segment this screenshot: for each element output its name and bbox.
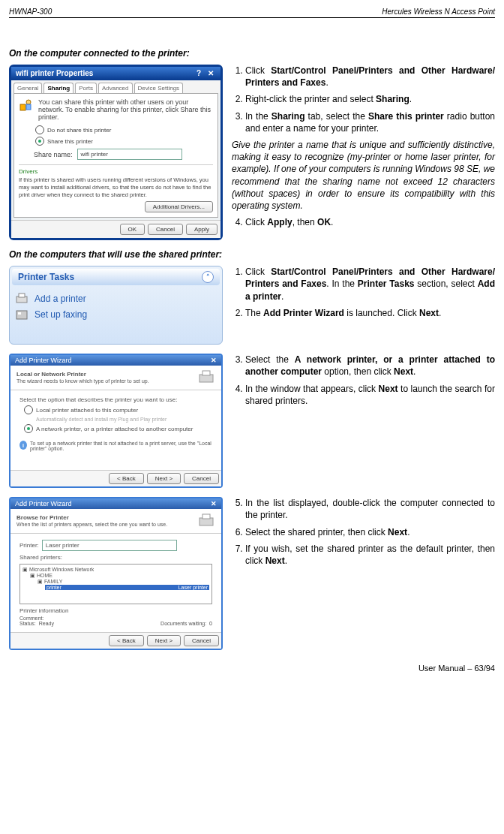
printer-icon	[15, 292, 28, 306]
tab-device-settings[interactable]: Device Settings	[134, 83, 184, 93]
section2-title: On the computers that will use the share…	[9, 249, 495, 260]
dialog-title: wifi printer Properties	[16, 69, 93, 77]
back-button[interactable]: < Back	[109, 635, 144, 646]
ok-button[interactable]: OK	[120, 224, 146, 235]
cancel-button[interactable]: Cancel	[148, 224, 183, 235]
additional-drivers-button[interactable]: Additional Drivers...	[145, 201, 213, 212]
svg-point-1	[26, 100, 31, 104]
tab-advanced[interactable]: Advanced	[98, 83, 133, 93]
collapse-icon[interactable]: ˄	[202, 271, 214, 283]
add-printer-wizard-1: Add Printer Wizard✕ Local or Network Pri…	[9, 354, 223, 488]
drivers-heading: Drivers	[19, 168, 213, 175]
svg-rect-4	[19, 294, 25, 297]
add-printer-wizard-2: Add Printer Wizard✕ Browse for Printer W…	[9, 497, 223, 650]
page-header: HWNAP-300 Hercules Wireless N Access Poi…	[9, 8, 495, 18]
dialog-tabs: General Sharing Ports Advanced Device Se…	[11, 80, 220, 93]
page-footer: User Manual – 63/94	[9, 664, 495, 673]
back-button[interactable]: < Back	[109, 473, 144, 484]
s1-note: Give the printer a name that is unique a…	[232, 139, 495, 212]
svg-rect-10	[202, 514, 210, 519]
printer-tasks-panel: Printer Tasks ˄ Add a printer Set up fax…	[9, 266, 223, 345]
info-icon: i	[20, 441, 27, 450]
tab-sharing[interactable]: Sharing	[44, 83, 74, 93]
printer-properties-dialog: wifi printer Properties ? ✕ General Shar…	[9, 65, 223, 240]
shared-printers-tree[interactable]: ▣ Microsoft Windows Network ▣ HOME ▣ FAM…	[20, 564, 212, 604]
radio-share[interactable]: Share this printer	[35, 137, 213, 146]
printer-icon	[197, 369, 215, 387]
dialog-controls[interactable]: ? ✕	[196, 69, 216, 77]
share-name-input[interactable]: wifi printer	[77, 149, 182, 160]
svg-rect-5	[16, 311, 27, 319]
printer-field[interactable]: Laser printer	[42, 540, 177, 551]
share-icon	[19, 98, 34, 113]
s2-step4: In the window that appears, click Next t…	[245, 383, 495, 407]
section1-title: On the computer connected to the printer…	[9, 48, 495, 59]
setup-faxing-link[interactable]: Set up faxing	[15, 308, 217, 321]
tab-general[interactable]: General	[14, 83, 42, 93]
s2-step5: In the list displayed, double-click the …	[245, 497, 495, 521]
s1-step4: Click Apply, then OK.	[245, 216, 495, 228]
task-panel-title: Printer Tasks	[18, 272, 74, 282]
s1-step2: Right-click the printer and select Shari…	[245, 93, 495, 105]
close-icon[interactable]: ✕	[211, 500, 217, 507]
radio-local-printer[interactable]: Local printer attached to this computer	[24, 405, 212, 414]
header-left: HWNAP-300	[9, 8, 52, 16]
s1-step3: In the Sharing tab, select the Share thi…	[245, 110, 495, 134]
s1-step1: Click Start/Control Panel/Printers and O…	[245, 65, 495, 89]
s2-step7: If you wish, set the shared printer as t…	[245, 543, 495, 567]
drivers-text: If this printer is shared with users run…	[19, 176, 213, 198]
next-button[interactable]: Next >	[147, 473, 181, 484]
radio-network-printer[interactable]: A network printer, or a printer attached…	[24, 424, 212, 433]
share-name-label: Share name:	[34, 151, 73, 158]
printer-icon	[197, 512, 215, 530]
add-printer-link[interactable]: Add a printer	[15, 292, 217, 306]
header-right: Hercules Wireless N Access Point	[382, 8, 495, 16]
s2-step2: The Add Printer Wizard is launched. Clic…	[245, 307, 495, 319]
next-button[interactable]: Next >	[147, 635, 181, 646]
apply-button[interactable]: Apply	[186, 224, 218, 235]
svg-rect-2	[26, 104, 31, 110]
cancel-button[interactable]: Cancel	[184, 635, 219, 646]
tab-ports[interactable]: Ports	[75, 83, 97, 93]
fax-icon	[15, 308, 28, 321]
s2-step1: Click Start/Control Panel/Printers and O…	[245, 266, 495, 303]
cancel-button[interactable]: Cancel	[184, 473, 219, 484]
svg-rect-0	[20, 104, 26, 110]
close-icon[interactable]: ✕	[211, 357, 217, 364]
radio-no-share[interactable]: Do not share this printer	[35, 125, 213, 134]
s2-step6: Select the shared printer, then click Ne…	[245, 526, 495, 538]
svg-rect-8	[202, 371, 210, 375]
share-info-text: You can share this printer with other us…	[38, 98, 213, 121]
svg-rect-6	[18, 312, 21, 315]
s2-step3: Select the A network printer, or a print…	[245, 354, 495, 378]
